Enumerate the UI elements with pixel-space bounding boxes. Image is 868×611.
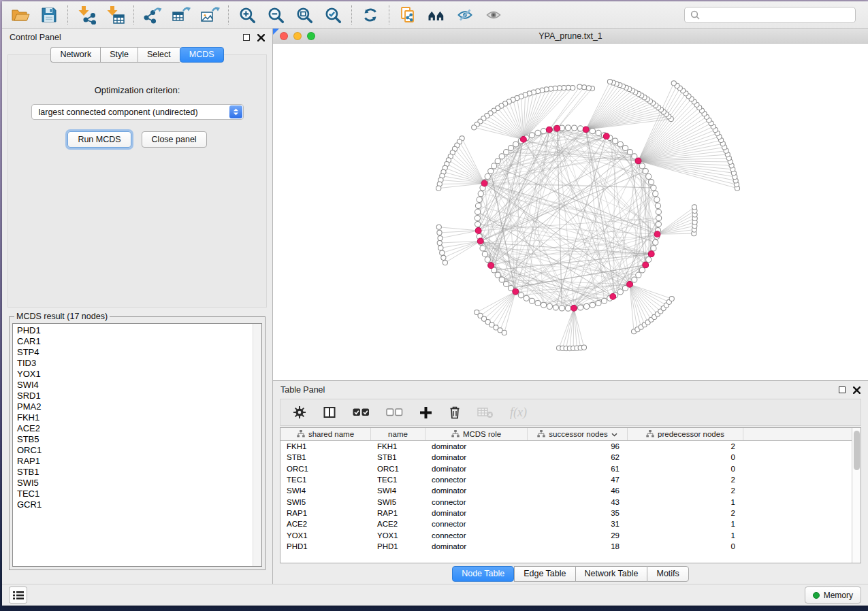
split-panel-button[interactable]	[323, 406, 336, 419]
window-close-icon[interactable]	[280, 32, 288, 40]
import-network-button[interactable]	[72, 3, 101, 27]
result-list-item[interactable]: SRD1	[17, 391, 253, 401]
close-table-panel-icon[interactable]	[853, 386, 861, 394]
table-tab-edge-table[interactable]: Edge Table	[514, 566, 575, 582]
result-list-item[interactable]: TID3	[17, 358, 253, 369]
table-tab-node-table[interactable]: Node Table	[452, 566, 514, 582]
float-table-panel-icon[interactable]	[839, 386, 846, 393]
import-network-icon	[76, 5, 97, 24]
column-header-MCDS-role[interactable]: MCDS role	[425, 428, 528, 440]
search-field	[684, 7, 856, 23]
select-all-button[interactable]	[353, 408, 370, 417]
export-image-button[interactable]	[195, 3, 224, 27]
result-list-item[interactable]: TEC1	[17, 489, 253, 499]
delete-columns-button[interactable]	[449, 406, 461, 419]
clone-network-button[interactable]	[393, 3, 422, 27]
mcds-result-list[interactable]: PHD1CAR1STP4TID3YOX1SWI4SRD1PMA2FKH1ACE2…	[13, 324, 253, 566]
result-list-item[interactable]: SWI4	[17, 380, 253, 391]
result-list-item[interactable]: CAR1	[17, 336, 253, 347]
table-row[interactable]: FKH1FKH1dominator962	[280, 441, 852, 452]
zoom-out-button[interactable]	[261, 3, 290, 27]
open-file-button[interactable]	[6, 3, 35, 27]
tab-network[interactable]: Network	[50, 47, 100, 63]
table-cell: 2	[628, 442, 743, 450]
search-icon	[690, 10, 700, 20]
close-panel-button[interactable]: Close panel	[142, 131, 207, 148]
export-table-button[interactable]	[167, 3, 195, 27]
search-input[interactable]	[704, 10, 850, 20]
table-row[interactable]: SWI4SWI4dominator462	[280, 485, 852, 496]
refresh-icon	[361, 6, 379, 24]
run-mcds-button[interactable]: Run MCDS	[67, 131, 131, 148]
delete-table-button[interactable]	[477, 406, 494, 418]
first-neighbors-button[interactable]	[422, 3, 451, 27]
toolbar-separator	[389, 5, 389, 24]
float-panel-icon[interactable]	[243, 34, 250, 41]
result-list-item[interactable]: FKH1	[17, 412, 253, 423]
result-list-item[interactable]: YOX1	[17, 369, 253, 380]
table-tab-motifs[interactable]: Motifs	[647, 566, 688, 582]
hide-selected-button[interactable]	[451, 3, 479, 27]
table-row[interactable]: STB1STB1dominator620	[280, 452, 852, 463]
table-cell: 0	[628, 453, 743, 461]
criterion-selected-value: largest connected component (undirected)	[39, 108, 198, 117]
table-tab-network-table[interactable]: Network Table	[575, 566, 647, 582]
close-panel-icon[interactable]	[257, 34, 265, 42]
table-row[interactable]: RAP1RAP1dominator352	[280, 508, 852, 518]
tab-mcds[interactable]: MCDS	[180, 47, 224, 63]
export-network-button[interactable]	[138, 3, 167, 27]
add-column-button[interactable]	[419, 406, 432, 419]
deselect-all-button[interactable]	[386, 408, 403, 417]
result-list-item[interactable]: ORC1	[17, 445, 253, 456]
table-row[interactable]: ORC1ORC1dominator610	[280, 463, 852, 474]
column-header-predecessor-nodes[interactable]: predecessor nodes	[628, 428, 743, 440]
table-row[interactable]: PHD1PHD1dominator180	[280, 541, 852, 552]
table-scrollbar-thumb[interactable]	[854, 431, 860, 470]
result-list-item[interactable]: STP4	[17, 347, 253, 358]
table-row[interactable]: TEC1TEC1connector472	[280, 474, 852, 485]
result-list-scrollbar[interactable]	[253, 324, 261, 566]
column-header-shared-name[interactable]: shared name	[280, 428, 371, 440]
toolbar-separator	[351, 5, 352, 24]
refresh-view-button[interactable]	[356, 3, 385, 27]
table-row[interactable]: YOX1YOX1connector291	[280, 529, 852, 540]
optimization-criterion-select[interactable]: largest connected component (undirected)	[31, 104, 244, 120]
table-cell: 43	[528, 498, 628, 506]
show-panels-menu-button[interactable]	[9, 587, 27, 604]
result-list-item[interactable]: RAP1	[17, 456, 253, 467]
column-header-label: predecessor nodes	[658, 430, 724, 438]
tab-style[interactable]: Style	[100, 47, 138, 63]
result-list-item[interactable]: ACE2	[17, 423, 253, 434]
import-table-button[interactable]	[101, 3, 129, 27]
result-list-item[interactable]: PMA2	[17, 401, 253, 412]
memory-button[interactable]: Memory	[805, 587, 861, 604]
table-row[interactable]: ACE2ACE2connector311	[280, 518, 852, 529]
column-type-icon	[297, 430, 305, 439]
control-panel: Control Panel NetworkStyleSelectMCDS Opt…	[2, 29, 273, 584]
export-network-icon	[142, 5, 163, 24]
result-list-item[interactable]: STB5	[17, 434, 253, 445]
result-list-item[interactable]: PHD1	[17, 325, 253, 336]
table-cell: 1	[628, 531, 743, 540]
network-canvas[interactable]	[273, 44, 868, 380]
zoom-selected-button[interactable]	[319, 3, 347, 27]
show-all-button[interactable]	[479, 3, 508, 27]
column-header-successor-nodes[interactable]: successor nodes	[528, 428, 628, 440]
window-minimize-icon[interactable]	[293, 32, 302, 40]
result-list-item[interactable]: GCR1	[17, 499, 253, 510]
table-settings-button[interactable]	[293, 406, 306, 419]
table-row[interactable]: SWI5SWI5connector431	[280, 496, 852, 507]
equation-editor-button[interactable]: f(x)	[510, 406, 527, 420]
column-header-label: MCDS role	[463, 430, 501, 438]
list-menu-icon	[13, 591, 24, 600]
tab-select[interactable]: Select	[138, 47, 180, 63]
result-list-item[interactable]: SWI5	[17, 478, 253, 489]
window-maximize-icon[interactable]	[307, 32, 315, 40]
column-header-name[interactable]: name	[371, 428, 425, 440]
table-scrollbar[interactable]	[852, 428, 861, 563]
table-cell: SWI5	[371, 498, 425, 506]
zoom-fit-button[interactable]	[290, 3, 319, 27]
result-list-item[interactable]: STB1	[17, 467, 253, 478]
zoom-in-button[interactable]	[233, 3, 261, 27]
save-session-button[interactable]	[35, 3, 63, 27]
